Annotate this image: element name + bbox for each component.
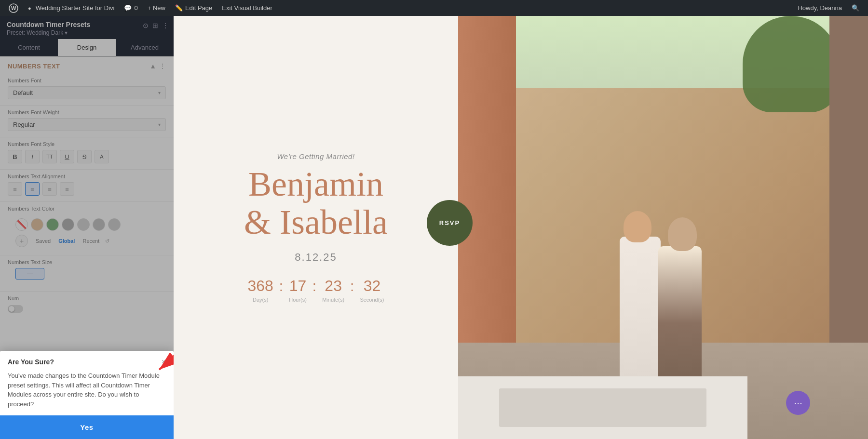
site-name-item[interactable]: ● Wedding Starter Site for Divi	[23, 0, 119, 16]
svg-text:W: W	[11, 5, 16, 11]
tree-foliage	[743, 16, 839, 112]
woman-head	[624, 211, 651, 242]
countdown-seconds: 32 Second(s)	[354, 277, 390, 303]
comment-icon: 💬	[124, 4, 132, 12]
exit-builder-label: Exit Visual Builder	[222, 4, 272, 12]
sep-2: :	[312, 277, 316, 294]
countdown-hours: 17 Hour(s)	[283, 277, 312, 303]
dialog-yes-btn[interactable]: Yes	[0, 415, 174, 439]
seconds-value: 32	[360, 277, 384, 295]
purple-dots-button[interactable]: ⋯	[786, 391, 810, 415]
seconds-label: Second(s)	[360, 297, 384, 303]
hours-value: 17	[289, 277, 307, 295]
wedding-names: Benjamin& Isabella	[244, 165, 388, 241]
rsvp-button[interactable]: RSVP	[427, 200, 473, 246]
admin-bar: W ● Wedding Starter Site for Divi 💬 0 + …	[0, 0, 868, 16]
dialog-header: Are You Sure? ×	[0, 351, 174, 371]
edit-page-item[interactable]: ✏️ Edit Page	[170, 0, 217, 16]
dialog-close-btn[interactable]: ×	[162, 358, 166, 366]
sep-1: :	[279, 277, 283, 294]
comments-item[interactable]: 💬 0	[119, 0, 142, 16]
wedding-photo-right: ⋯	[458, 16, 868, 439]
wedding-photo	[458, 16, 868, 439]
new-item[interactable]: + New	[143, 0, 170, 16]
dialog-title: Are You Sure?	[8, 358, 54, 366]
man-head	[668, 217, 697, 251]
edit-page-label: Edit Page	[185, 4, 212, 12]
dots-icon: ⋯	[794, 398, 802, 408]
wp-logo-item[interactable]: W	[4, 0, 23, 16]
countdown-days: 368 Day(s)	[242, 277, 279, 303]
dialog-body: You've made changes to the Countdown Tim…	[0, 371, 174, 415]
new-label: + New	[148, 4, 165, 12]
days-value: 368	[247, 277, 273, 295]
dialog-footer: Yes	[0, 415, 174, 439]
comments-count: 0	[134, 4, 137, 12]
days-label: Day(s)	[247, 297, 273, 303]
countdown-row: 368 Day(s) : 17 Hour(s) : 23 Minute(s) :…	[242, 277, 390, 303]
dialog-message: You've made changes to the Countdown Tim…	[8, 371, 166, 409]
minutes-label: Minute(s)	[322, 297, 344, 303]
wedding-invitation-left: We're Getting Married! Benjamin& Isabell…	[174, 16, 458, 439]
admin-bar-right: Howdy, Deanna 🔍	[793, 0, 864, 16]
edit-icon: ✏️	[175, 4, 183, 12]
wedding-date: 8.12.25	[295, 251, 337, 264]
minutes-value: 23	[322, 277, 344, 295]
hours-label: Hour(s)	[289, 297, 307, 303]
wedding-subtitle: We're Getting Married!	[277, 152, 354, 160]
main-content: We're Getting Married! Benjamin& Isabell…	[174, 16, 868, 439]
howdy-label: Howdy, Deanna	[793, 4, 847, 12]
sep-3: :	[350, 277, 354, 294]
dialog-box: Are You Sure? × You've made changes to t…	[0, 351, 174, 439]
wp-icon: W	[9, 3, 18, 13]
search-item[interactable]: 🔍	[847, 0, 864, 16]
exit-builder-item[interactable]: Exit Visual Builder	[217, 0, 277, 16]
bottom-banner-placeholder	[499, 388, 706, 427]
dialog-overlay: Are You Sure? × You've made changes to t…	[0, 16, 174, 439]
site-name-label: Wedding Starter Site for Divi	[36, 4, 115, 12]
left-panel: Countdown Timer Presets Preset: Wedding …	[0, 16, 174, 439]
countdown-minutes: 23 Minute(s)	[316, 277, 350, 303]
bottom-banner	[458, 376, 747, 439]
rsvp-label: RSVP	[439, 219, 460, 226]
